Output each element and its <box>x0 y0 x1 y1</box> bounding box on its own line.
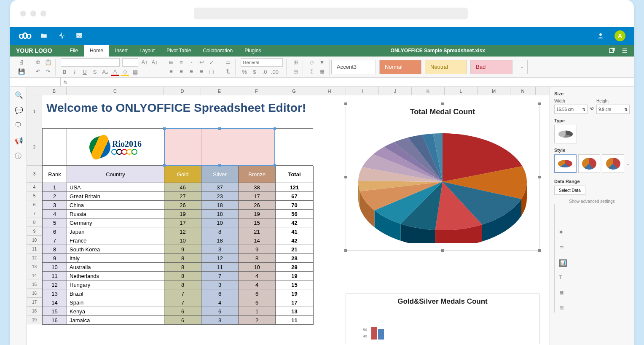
row-header[interactable]: 17 <box>27 298 42 307</box>
user-avatar[interactable]: A <box>614 30 625 41</box>
table-row[interactable]: 8South Korea 93 921 <box>43 245 314 254</box>
select-data-button[interactable]: Select Data <box>554 186 585 195</box>
row-header[interactable]: 19 <box>27 315 42 324</box>
fill-color-icon[interactable]: ◇ <box>121 68 129 76</box>
stepper-icon[interactable]: ⇅ <box>582 107 585 112</box>
row-header[interactable]: 10 <box>27 236 42 245</box>
orientation-icon[interactable]: ⤢ <box>208 59 215 66</box>
comments-icon[interactable]: 💬 <box>15 106 22 114</box>
chart-style-thumb[interactable] <box>602 154 624 173</box>
chart-style-thumb[interactable] <box>578 154 601 173</box>
table-row[interactable]: 11Netherlands 87 419 <box>43 272 314 280</box>
column-header[interactable]: I <box>346 87 379 95</box>
about-icon[interactable]: ⓘ <box>15 152 22 159</box>
valign-bot-icon[interactable]: ⫠ <box>188 59 195 66</box>
hamburger-icon[interactable] <box>621 47 628 54</box>
height-input[interactable]: 9.9 cm⇅ <box>596 105 630 114</box>
named-range-icon[interactable]: ▭ <box>224 59 232 66</box>
row-header[interactable]: 1 <box>27 95 42 128</box>
row-header[interactable]: 4 <box>27 183 42 191</box>
align-center-icon[interactable]: ≡ <box>177 68 185 75</box>
table-row[interactable]: 13Brazil 76 619 <box>43 289 314 298</box>
table-row[interactable]: 9Italy 812 828 <box>43 254 314 263</box>
shape-settings-icon[interactable]: ◆ <box>559 229 567 237</box>
menu-tab-home[interactable]: Home <box>84 45 109 57</box>
bold-icon[interactable]: B <box>61 68 68 76</box>
merge-cells-icon[interactable]: ⬚ <box>208 68 215 75</box>
folder-icon[interactable] <box>40 32 48 40</box>
spreadsheet-grid[interactable]: BCDEFGHIJKLMN 12345678910111213141516171… <box>27 87 550 345</box>
bar-chart-object[interactable]: Gold&Silver Medals Count 50 40 <box>346 294 539 344</box>
image-settings-icon[interactable]: ▭ <box>559 244 567 252</box>
cell-style-accent3[interactable]: Accent3 <box>331 60 376 74</box>
row-header[interactable]: 16 <box>27 289 42 298</box>
column-header[interactable]: L <box>445 87 478 95</box>
column-header[interactable]: G <box>275 87 313 95</box>
menu-tab-pivot-table[interactable]: Pivot Table <box>161 45 197 57</box>
select-all-corner[interactable] <box>27 87 42 95</box>
dec-increase-icon[interactable]: .00 <box>271 68 279 76</box>
copy-icon[interactable]: ⧉ <box>34 59 42 66</box>
row-header[interactable]: 5 <box>27 191 42 200</box>
table-row[interactable]: 15Kenya 66 113 <box>43 307 314 316</box>
row-header[interactable]: 15 <box>27 280 42 289</box>
column-header[interactable]: J <box>379 87 412 95</box>
table-row[interactable]: 7France 1018 1442 <box>43 236 314 245</box>
row-header[interactable]: 12 <box>27 253 42 262</box>
print-icon[interactable]: 🖨 <box>18 59 25 66</box>
cell-style-neutral[interactable]: Neutral <box>425 60 467 74</box>
pie-chart-object[interactable]: Total Medal Count <box>346 104 539 251</box>
sort-icon[interactable]: ⇅ <box>224 68 232 75</box>
table-row[interactable]: 14Spain 74 617 <box>43 298 314 307</box>
table-row[interactable]: 4Russia 1918 1956 <box>43 210 314 218</box>
menu-tab-layout[interactable]: Layout <box>134 45 161 57</box>
column-header[interactable]: F <box>238 87 275 95</box>
lock-aspect-icon[interactable]: ⊘ <box>590 105 594 111</box>
row-header[interactable]: 11 <box>27 245 42 253</box>
row-header[interactable]: 7 <box>27 209 42 218</box>
row-header[interactable]: 18 <box>27 307 42 315</box>
strikethrough-icon[interactable]: S <box>91 68 99 76</box>
fx-icon[interactable]: fx <box>61 80 70 85</box>
borders-icon[interactable]: ▦ <box>131 68 139 76</box>
activity-icon[interactable] <box>58 32 65 40</box>
advanced-settings-link[interactable]: Show advanced settings <box>554 199 630 204</box>
valign-mid-icon[interactable]: ≡ <box>177 59 185 66</box>
column-header[interactable]: M <box>478 87 510 95</box>
number-format-select[interactable]: General <box>241 58 283 67</box>
insert-cells-icon[interactable]: ⊞ <box>292 59 299 66</box>
chat-icon[interactable]: 🗨 <box>15 121 22 129</box>
table-row[interactable]: 3China 2618 2670 <box>43 201 314 210</box>
column-header[interactable]: H <box>313 87 346 95</box>
subscript-icon[interactable]: A₂ <box>101 68 109 76</box>
chart-settings-icon[interactable]: 📊 <box>559 259 567 267</box>
medal-table[interactable]: Rank Country Gold Silver Bronze Total 1U… <box>42 166 314 325</box>
filter-icon[interactable]: ▼ <box>318 59 326 66</box>
chart-type-button[interactable] <box>554 125 577 143</box>
table-row[interactable]: 1USA 4637 38121 <box>43 183 314 192</box>
dec-decrease-icon[interactable]: .0 <box>261 68 268 76</box>
cell-styles-dropdown-icon[interactable]: ⌄ <box>516 60 528 74</box>
wrap-text-icon[interactable]: ↩ <box>198 59 205 66</box>
align-right-icon[interactable]: ≡ <box>188 68 195 75</box>
menu-tab-plugins[interactable]: Plugins <box>239 45 267 57</box>
pivot-settings-icon[interactable]: ▤ <box>559 305 567 313</box>
clear-icon[interactable]: ◇ <box>308 59 316 66</box>
column-header[interactable]: K <box>412 87 445 95</box>
delete-cells-icon[interactable]: ⊟ <box>292 68 299 75</box>
cell-style-normal[interactable]: Normal <box>379 60 421 74</box>
gallery-icon[interactable] <box>75 32 83 40</box>
row-header[interactable]: 6 <box>27 200 42 209</box>
name-box[interactable] <box>10 78 61 86</box>
chevron-down-icon[interactable]: ⌄ <box>626 161 630 167</box>
table-row[interactable]: 2Great Britain 2723 1767 <box>43 192 314 201</box>
width-input[interactable]: 16.56 cm⇅ <box>554 105 588 114</box>
font-family-select[interactable] <box>61 58 120 67</box>
table-row[interactable]: 6Japan 128 2141 <box>43 227 314 236</box>
paste-icon[interactable]: 📋 <box>44 59 52 66</box>
column-header[interactable]: C <box>67 87 164 95</box>
row-header[interactable]: 3 <box>27 166 42 183</box>
table-row[interactable]: 10Australia 811 1029 <box>43 263 314 272</box>
open-location-icon[interactable] <box>609 47 615 54</box>
decrease-font-icon[interactable]: A↓ <box>151 59 158 66</box>
